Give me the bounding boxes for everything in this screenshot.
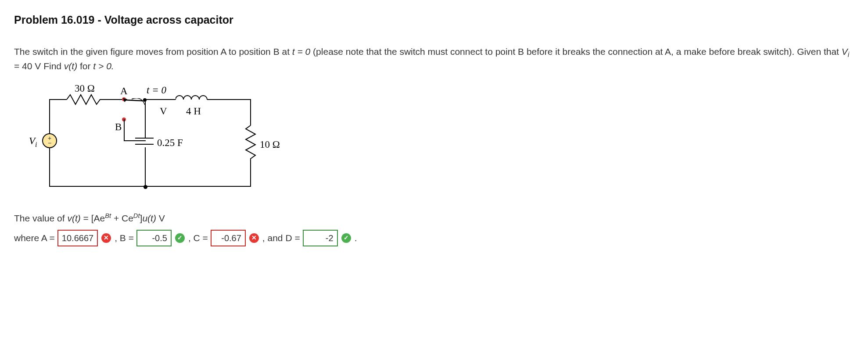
incorrect-icon: ✕ bbox=[249, 233, 259, 243]
period: . bbox=[355, 231, 357, 244]
label-d-eq: , and D = bbox=[262, 231, 300, 244]
text: The switch in the given figure moves fro… bbox=[14, 46, 292, 57]
resistor-10ohm bbox=[245, 125, 256, 160]
label-b-eq: , B = bbox=[115, 231, 134, 244]
vi-value: = 40 V bbox=[14, 61, 41, 71]
problem-statement: The switch in the given figure moves fro… bbox=[14, 45, 854, 73]
label-r30: 30 Ω bbox=[75, 82, 95, 96]
text: (please note that the switch must connec… bbox=[310, 46, 842, 57]
svg-line-0 bbox=[125, 100, 143, 101]
inductor bbox=[176, 93, 208, 105]
label-b: B bbox=[115, 120, 122, 134]
label-c-eq: , C = bbox=[188, 231, 208, 244]
label-cap: 0.25 F bbox=[157, 136, 183, 150]
input-c[interactable]: -0.67 bbox=[211, 230, 246, 246]
t-greater-zero: t > 0. bbox=[93, 61, 114, 71]
correct-icon: ✓ bbox=[341, 233, 351, 243]
label-v: V bbox=[160, 104, 167, 118]
label-t0: t = 0 bbox=[147, 83, 166, 97]
correct-icon: ✓ bbox=[175, 233, 185, 243]
t-equals-zero: t = 0 bbox=[292, 46, 310, 57]
input-a[interactable]: 10.6667 bbox=[57, 230, 98, 246]
voltage-source: + − bbox=[42, 133, 57, 148]
text: for bbox=[77, 61, 93, 71]
input-d[interactable]: -2 bbox=[303, 230, 338, 246]
label-inductor: 4 H bbox=[186, 104, 201, 118]
label-a: A bbox=[120, 84, 128, 98]
answer-row: where A = 10.6667 ✕ , B = -0.5 ✓ , C = -… bbox=[14, 230, 854, 246]
label-where-a: where A = bbox=[14, 231, 55, 244]
input-b[interactable]: -0.5 bbox=[136, 230, 172, 246]
circuit-diagram: 30 Ω A B t = 0 V 4 H bbox=[32, 82, 854, 196]
label-r10: 10 Ω bbox=[260, 138, 280, 152]
formula-line: The value of v(t) = [AeBt + CeDt]u(t) V bbox=[14, 211, 854, 224]
incorrect-icon: ✕ bbox=[101, 233, 111, 243]
vt-symbol: v(t) bbox=[64, 61, 77, 71]
page-title: Problem 16.019 - Voltage across capacito… bbox=[14, 12, 854, 28]
label-vi: Vi bbox=[29, 134, 37, 150]
vi-symbol: Vi bbox=[842, 46, 850, 57]
text: Find bbox=[41, 61, 64, 71]
